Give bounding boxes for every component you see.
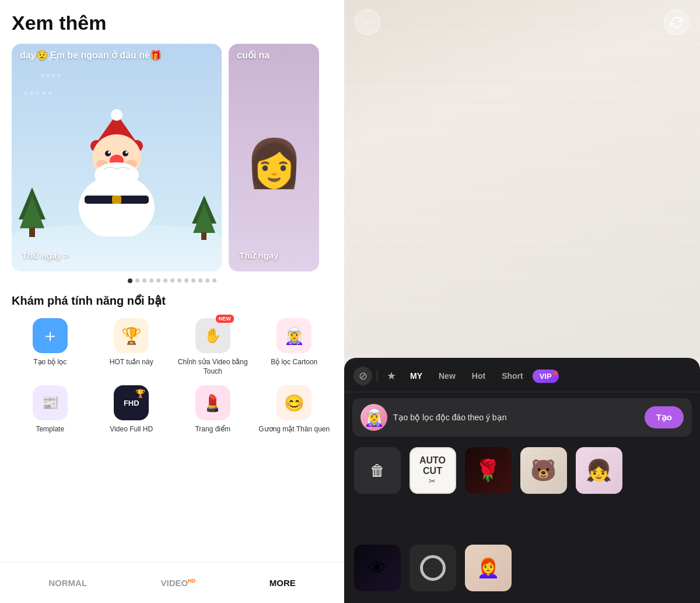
svg-point-13 <box>108 151 110 154</box>
dot-12[interactable] <box>205 278 209 283</box>
features-grid: ＋ Tạo bộ lọc 🏆 HOT tuần này ✋ NEW Chỉnh … <box>12 318 332 434</box>
banner-text: Tạo bộ lọc độc đáo theo ý bạn <box>393 413 639 422</box>
create-filter-icon: ＋ <box>33 318 68 353</box>
tree-left <box>16 184 48 239</box>
cartoon-icon: 🧝‍♀️ <box>276 318 312 353</box>
tab-hot[interactable]: Hot <box>465 368 492 384</box>
hot-week-icon: 🏆 <box>114 318 149 353</box>
dot-13[interactable] <box>212 278 216 283</box>
carousel-dots <box>12 278 332 283</box>
card2-try-btn[interactable]: Thử ngay <box>239 250 279 261</box>
create-filter-btn[interactable]: Tạo <box>645 406 684 428</box>
feature-create-filter-label: Tạo bộ lọc <box>33 358 66 367</box>
camera-rotate-btn[interactable] <box>664 9 690 35</box>
nav-more[interactable]: MORE <box>270 578 296 588</box>
feature-video-hd-label: Video Full HD <box>110 425 153 434</box>
filter-rose[interactable]: 🌹 <box>463 447 513 494</box>
svg-point-14 <box>125 151 128 154</box>
card1-try-btn[interactable]: Thử ngay > <box>22 250 69 261</box>
svg-point-9 <box>111 109 123 121</box>
filter-girl[interactable]: 👧 <box>574 447 624 494</box>
ring-thumb <box>410 545 456 591</box>
dot-7[interactable] <box>170 278 174 283</box>
ring-shape <box>420 555 446 581</box>
dot-11[interactable] <box>198 278 202 283</box>
feature-create-filter[interactable]: ＋ Tạo bộ lọc <box>12 318 89 376</box>
filter-bear[interactable]: 🐻 <box>519 447 568 494</box>
filter-ring[interactable] <box>408 545 457 591</box>
svg-rect-5 <box>201 232 206 240</box>
dot-2[interactable] <box>135 278 139 283</box>
santa <box>58 108 175 236</box>
trash-icon: 🗑 <box>354 447 401 494</box>
features-title: Khám phá tính năng nổi bật <box>12 294 332 308</box>
camera-menu-btn[interactable]: ··· <box>355 9 380 35</box>
feature-edit-video-label: Chỉnh sửa Video bằng Touch <box>174 358 251 376</box>
filter-trash[interactable]: 🗑 <box>352 447 402 494</box>
right-panel: ··· ⊘ ★ MY New Hot Short VIP <box>344 0 700 603</box>
eyes-thumb: 👁 <box>354 545 401 591</box>
feature-face[interactable]: 😊 Gương mặt Thân quen <box>256 385 333 434</box>
dot-6[interactable] <box>163 278 167 283</box>
new-badge: NEW <box>216 315 234 323</box>
feature-template[interactable]: 📰 Template <box>12 385 89 434</box>
feature-makeup-label: Trang điểm <box>195 425 230 434</box>
filter-autocut[interactable]: AUTOCUT ✂ <box>408 447 457 494</box>
feature-edit-video[interactable]: ✋ NEW Chỉnh sửa Video bằng Touch <box>174 318 251 376</box>
bottom-drawer: ⊘ ★ MY New Hot Short VIP 🧝‍♀️ Tạo bộ lọc… <box>344 358 700 603</box>
left-panel: Xem thêm ❄ ❄ ❄ ❄ ❄ ❄ ❄ ❄ ❄ ❄ ❄ ❄ ❄ ❄ <box>0 0 344 603</box>
dot-1[interactable] <box>128 278 132 283</box>
dot-10[interactable] <box>191 278 195 283</box>
dot-5[interactable] <box>156 278 160 283</box>
feature-video-hd[interactable]: FHD 🏆 Video Full HD <box>93 385 170 434</box>
edit-video-icon: ✋ NEW <box>195 318 230 353</box>
dot-3[interactable] <box>142 278 146 283</box>
dot-8[interactable] <box>177 278 181 283</box>
dot-9[interactable] <box>184 278 188 283</box>
portrait-thumb: 👩‍🦰 <box>465 545 512 591</box>
nav-normal[interactable]: NORMAL <box>48 578 87 588</box>
filter-tabs: ⊘ ★ MY New Hot Short VIP <box>344 358 700 392</box>
filter-eyes[interactable]: 👁 <box>352 545 402 591</box>
tab-star-btn[interactable]: ★ <box>382 366 401 386</box>
girl-thumb: 👧 <box>576 447 622 494</box>
feature-makeup[interactable]: 💄 Trang điểm <box>174 385 251 434</box>
makeup-icon: 💄 <box>195 385 230 420</box>
autocut-thumb: AUTOCUT ✂ <box>410 447 456 494</box>
tab-my[interactable]: MY <box>403 368 429 384</box>
tree-right <box>190 193 219 242</box>
page-title: Xem thêm <box>12 12 332 34</box>
avatar-img: 🧝‍♀️ <box>360 404 387 431</box>
filter-portrait[interactable]: 👩‍🦰 <box>463 545 513 591</box>
dot-4[interactable] <box>149 278 153 283</box>
santa-scene: ❄ ❄ ❄ ❄ ❄ ❄ ❄ ❄ ❄ ❄ ❄ ❄ ❄ ❄ <box>12 44 222 271</box>
bottom-nav: NORMAL VIDEOHD MORE <box>0 562 344 603</box>
svg-rect-20 <box>112 196 121 204</box>
template-icon: 📰 <box>33 385 68 420</box>
svg-rect-2 <box>29 228 35 237</box>
face-icon: 😊 <box>276 385 312 420</box>
notification-dot <box>553 371 558 375</box>
feature-cartoon-label: Bộ lọc Cartoon <box>271 358 317 367</box>
camera-top-bar: ··· <box>344 9 700 35</box>
video-hd-icon: FHD 🏆 <box>114 385 149 420</box>
tab-cancel-btn[interactable]: ⊘ <box>354 367 372 385</box>
feature-face-label: Gương mặt Thân quen <box>258 425 330 434</box>
filter-grid-row1: 🗑 AUTOCUT ✂ 🌹 <box>344 442 700 541</box>
tab-short[interactable]: Short <box>495 368 530 384</box>
rose-thumb: 🌹 <box>465 447 512 494</box>
nav-video-hd[interactable]: VIDEOHD <box>161 578 196 588</box>
feature-hot-week[interactable]: 🏆 HOT tuần này <box>93 318 170 376</box>
bear-thumb: 🐻 <box>520 447 567 494</box>
camera-view: ··· <box>344 0 700 358</box>
create-filter-banner: 🧝‍♀️ Tạo bộ lọc độc đáo theo ý bạn Tạo <box>352 398 692 437</box>
tab-divider <box>377 371 377 381</box>
feature-hot-week-label: HOT tuần này <box>110 358 153 367</box>
feature-cartoon[interactable]: 🧝‍♀️ Bộ lọc Cartoon <box>256 318 333 376</box>
feature-template-label: Template <box>36 425 64 434</box>
card2-top-text: cuối na <box>237 50 311 61</box>
carousel-card-1[interactable]: ❄ ❄ ❄ ❄ ❄ ❄ ❄ ❄ ❄ ❄ ❄ ❄ ❄ ❄ <box>12 44 222 271</box>
filter-grid-row2: 👁 👩‍🦰 <box>344 541 700 597</box>
tab-new[interactable]: New <box>432 368 463 384</box>
carousel-card-2[interactable]: 👩 cuối na Thử ngay <box>229 44 319 271</box>
